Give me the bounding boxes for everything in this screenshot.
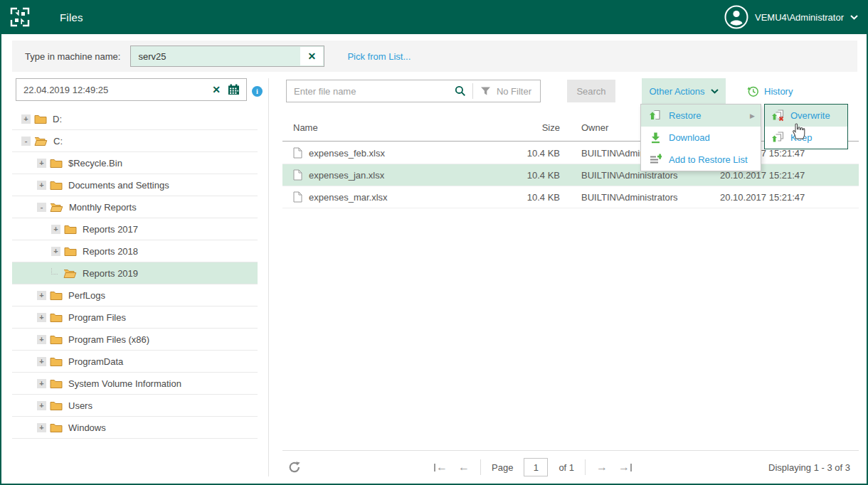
tree-expander[interactable]: - <box>21 137 31 146</box>
tree-item-windows[interactable]: + Windows <box>12 417 258 439</box>
user-menu[interactable]: VEMU4\Administrator <box>724 5 858 29</box>
folder-icon <box>64 224 77 234</box>
tree-connector <box>51 268 58 275</box>
tree-item-label: Documents and Settings <box>68 180 169 191</box>
tree-expander[interactable]: + <box>37 423 46 432</box>
tree-item-label: Program Files (x86) <box>68 334 149 345</box>
file-icon <box>293 191 302 203</box>
download-icon <box>650 132 662 144</box>
folder-icon <box>50 334 63 344</box>
tree-expander[interactable]: + <box>51 225 60 234</box>
file-search-box: No Filter <box>286 80 541 102</box>
tree-item-users[interactable]: + Users <box>12 395 258 417</box>
table-row-expenses-mar[interactable]: expenses_mar.xlsx 10.4 KB BUILTIN\Admini… <box>282 186 859 208</box>
menu-item-restore[interactable]: Restore ▶ <box>641 105 761 127</box>
open-folder-icon <box>50 202 63 212</box>
table-row-expenses-jan-selected[interactable]: expenses_jan.xlsx 10.4 KB BUILTIN\Admini… <box>282 164 859 186</box>
submenu-item-overwrite[interactable]: Overwrite <box>765 105 847 127</box>
tree-expander[interactable]: - <box>37 203 46 212</box>
tree-item-program-files[interactable]: + Program Files <box>12 307 258 329</box>
folder-tree: + D: - C: + $Recycle.Bin + Documents and… <box>12 108 258 439</box>
file-icon <box>293 169 302 181</box>
filter-label: No Filter <box>497 86 531 97</box>
file-size: 10.4 KB <box>524 192 560 203</box>
pick-from-list-link[interactable]: Pick from List... <box>347 51 411 62</box>
menu-item-add-to-restore-list[interactable]: Add to Restore List <box>641 149 761 171</box>
file-name: expenses_feb.xlsx <box>309 148 385 159</box>
history-label: History <box>764 86 793 97</box>
tree-expander[interactable]: + <box>37 181 46 190</box>
tree-item-label: Reports 2018 <box>83 246 138 257</box>
menu-item-label: Keep <box>790 132 812 143</box>
machine-name-label: Type in machine name: <box>25 51 120 62</box>
tree-item-d-drive[interactable]: + D: <box>12 108 258 130</box>
folder-icon <box>50 400 63 410</box>
tree-item-reports-2018[interactable]: + Reports 2018 <box>12 240 258 262</box>
tree-item-label: ProgramData <box>68 356 123 367</box>
tree-expander[interactable]: + <box>37 159 46 168</box>
tree-item-c-drive[interactable]: - C: <box>12 130 258 152</box>
page-label: Page <box>492 462 513 473</box>
restore-point-date-field: ✕ <box>16 78 247 101</box>
refresh-icon[interactable] <box>288 461 301 474</box>
submenu-item-keep[interactable]: Keep <box>765 127 847 149</box>
tree-item-label: Program Files <box>68 312 126 323</box>
tree-item-program-files-x86[interactable]: + Program Files (x86) <box>12 329 258 351</box>
page-number-input[interactable] <box>524 458 548 476</box>
other-actions-menu: Restore ▶ Download Ad <box>640 104 761 171</box>
date-clear-icon[interactable]: ✕ <box>206 84 226 95</box>
tree-item-monthly-reports[interactable]: - Monthly Reports <box>12 196 258 218</box>
menu-item-label: Download <box>669 132 710 143</box>
previous-page-button[interactable]: ← <box>458 461 470 474</box>
file-name: expenses_mar.xlsx <box>309 192 388 203</box>
user-chevron-down-icon <box>850 15 858 20</box>
panel-divider <box>268 78 269 476</box>
tree-item-documents-and-settings[interactable]: + Documents and Settings <box>12 174 258 196</box>
tree-item-reports-2019-selected[interactable]: Reports 2019 <box>12 262 258 284</box>
other-actions-button[interactable]: Other Actions <box>642 78 726 104</box>
next-page-button[interactable]: → <box>596 461 608 474</box>
folder-icon <box>50 290 63 300</box>
tree-item-label: Monthly Reports <box>69 202 137 213</box>
menu-item-download[interactable]: Download <box>641 127 761 149</box>
file-name: expenses_jan.xlsx <box>309 170 384 181</box>
machine-name-input[interactable] <box>131 46 300 66</box>
tree-item-system-volume-information[interactable]: + System Volume Information <box>12 373 258 395</box>
col-header-name[interactable]: Name <box>293 122 524 133</box>
col-header-size[interactable]: Size <box>524 122 560 133</box>
restore-point-panel: ✕ i + D: <box>12 78 258 439</box>
veeam-logo-icon <box>10 7 30 27</box>
tree-expander[interactable]: + <box>37 313 46 322</box>
tree-expander[interactable]: + <box>37 291 46 300</box>
search-icon[interactable] <box>448 85 472 97</box>
tree-item-perflogs[interactable]: + PerfLogs <box>12 284 258 307</box>
tree-item-programdata[interactable]: + ProgramData <box>12 351 258 373</box>
folder-icon <box>34 114 47 124</box>
tree-expander[interactable]: + <box>37 401 46 410</box>
first-page-button[interactable]: ← <box>434 461 448 474</box>
info-icon[interactable]: i <box>252 86 263 97</box>
tree-item-label: Reports 2019 <box>83 268 138 279</box>
file-toolbar: No Filter Search Other Actions Hi <box>282 78 859 104</box>
table-footer: ← ← Page of 1 → → Displaying 1 - 3 of 3 <box>282 450 859 484</box>
pagination: ← ← Page of 1 → → <box>434 451 632 484</box>
folder-icon <box>64 246 77 256</box>
last-page-button[interactable]: → <box>618 461 632 474</box>
filter-button[interactable]: No Filter <box>473 86 540 97</box>
search-button[interactable]: Search <box>567 80 615 102</box>
tree-item-label: D: <box>53 114 62 124</box>
restore-point-date-input[interactable] <box>16 85 206 95</box>
tree-expander[interactable]: + <box>37 357 46 366</box>
tree-item-label: $Recycle.Bin <box>68 158 122 169</box>
tree-expander[interactable]: + <box>51 247 60 256</box>
tree-expander[interactable]: + <box>21 114 31 124</box>
tree-item-recycle-bin[interactable]: + $Recycle.Bin <box>12 152 258 174</box>
calendar-icon[interactable] <box>226 84 246 95</box>
tree-expander[interactable]: + <box>37 335 46 344</box>
tree-expander[interactable]: + <box>37 379 46 388</box>
machine-clear-icon[interactable]: ✕ <box>300 47 323 65</box>
other-actions-label: Other Actions <box>649 86 704 97</box>
file-name-input[interactable] <box>287 86 448 97</box>
tree-item-reports-2017[interactable]: + Reports 2017 <box>12 218 258 240</box>
history-button[interactable]: History <box>740 78 800 104</box>
